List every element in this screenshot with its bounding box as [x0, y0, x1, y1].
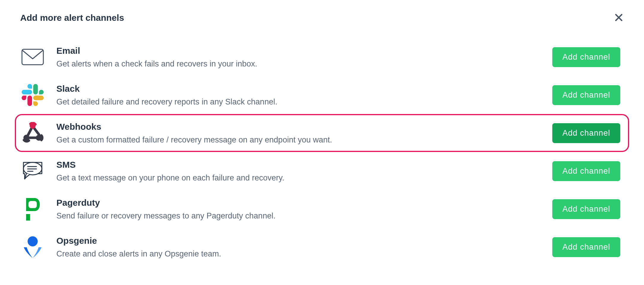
channel-desc: Get detailed failure and recovery report… — [56, 97, 540, 107]
channel-title: Email — [56, 46, 540, 56]
opsgenie-icon — [21, 235, 45, 259]
pagerduty-icon — [21, 197, 45, 221]
channel-desc: Get alerts when a check fails and recove… — [56, 59, 540, 69]
channel-title: Webhooks — [56, 122, 540, 132]
channel-text: Slack Get detailed failure and recovery … — [56, 84, 540, 107]
add-channel-button[interactable]: Add channel — [552, 199, 620, 219]
dialog-header: Add more alert channels — [15, 12, 629, 24]
channel-row-slack: Slack Get detailed failure and recovery … — [15, 76, 629, 114]
add-channel-button[interactable]: Add channel — [552, 123, 620, 143]
email-icon — [21, 45, 45, 69]
channel-row-webhooks: Webhooks Get a custom formatted failure … — [15, 114, 629, 152]
channel-text: Opsgenie Create and close alerts in any … — [56, 236, 540, 259]
channel-title: SMS — [56, 160, 540, 170]
channel-text: Email Get alerts when a check fails and … — [56, 46, 540, 69]
channel-desc: Create and close alerts in any Opsgenie … — [56, 249, 540, 259]
dialog-title: Add more alert channels — [20, 13, 124, 23]
add-channel-button[interactable]: Add channel — [552, 237, 620, 257]
channel-list: Email Get alerts when a check fails and … — [15, 38, 629, 266]
close-icon[interactable] — [614, 12, 623, 24]
svg-rect-2 — [22, 49, 43, 65]
channel-desc: Get a text message on your phone on each… — [56, 173, 540, 183]
channel-title: Slack — [56, 84, 540, 94]
channel-row-email: Email Get alerts when a check fails and … — [15, 38, 629, 76]
add-channel-button[interactable]: Add channel — [552, 161, 620, 181]
sms-icon — [21, 159, 45, 183]
channel-title: Pagerduty — [56, 198, 540, 208]
webhooks-icon — [21, 121, 45, 145]
channel-desc: Send failure or recovery messages to any… — [56, 211, 540, 221]
svg-point-12 — [28, 236, 38, 246]
dialog-add-alert-channels: Add more alert channels Email Get alerts… — [0, 0, 644, 272]
channel-title: Opsgenie — [56, 236, 540, 246]
slack-icon — [21, 83, 45, 107]
channel-row-sms: SMS Get a text message on your phone on … — [15, 152, 629, 190]
channel-row-opsgenie: Opsgenie Create and close alerts in any … — [15, 228, 629, 266]
svg-rect-10 — [28, 201, 37, 208]
channel-text: Webhooks Get a custom formatted failure … — [56, 122, 540, 145]
add-channel-button[interactable]: Add channel — [552, 47, 620, 67]
channel-text: SMS Get a text message on your phone on … — [56, 160, 540, 183]
channel-row-pagerduty: Pagerduty Send failure or recovery messa… — [15, 190, 629, 228]
svg-rect-11 — [26, 214, 30, 221]
add-channel-button[interactable]: Add channel — [552, 85, 620, 105]
channel-desc: Get a custom formatted failure / recover… — [56, 135, 540, 145]
channel-text: Pagerduty Send failure or recovery messa… — [56, 198, 540, 221]
